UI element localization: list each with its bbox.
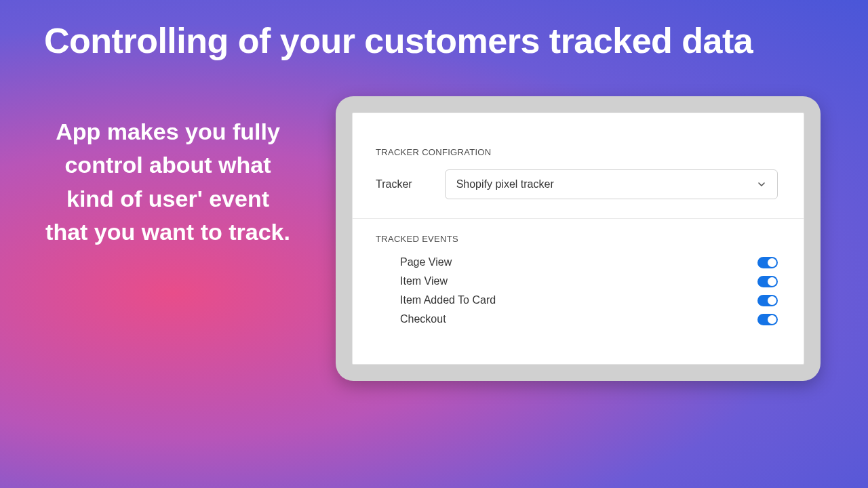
divider [353, 218, 804, 219]
event-toggle-page-view[interactable] [757, 257, 778, 268]
tracked-events-heading: TRACKED EVENTS [376, 234, 778, 244]
event-row: Checkout [400, 313, 778, 325]
event-label: Item View [400, 275, 448, 287]
tracker-row: Tracker Shopify pixel tracker [376, 169, 778, 199]
chevron-down-icon [757, 180, 766, 189]
event-toggle-item-added[interactable] [757, 295, 778, 306]
event-row: Item View [400, 275, 778, 287]
tracker-config-heading: TRACKER CONFIGRATION [376, 147, 778, 157]
event-toggle-item-view[interactable] [757, 276, 778, 287]
settings-panel-frame: TRACKER CONFIGRATION Tracker Shopify pix… [336, 96, 821, 381]
tracker-select-value: Shopify pixel tracker [456, 178, 554, 190]
event-label: Page View [400, 256, 452, 268]
event-toggle-checkout[interactable] [757, 314, 778, 325]
tracker-field-label: Tracker [376, 178, 412, 190]
settings-panel: TRACKER CONFIGRATION Tracker Shopify pix… [352, 113, 804, 365]
tracker-select[interactable]: Shopify pixel tracker [445, 169, 778, 199]
event-row: Page View [400, 256, 778, 268]
event-row: Item Added To Card [400, 294, 778, 306]
event-label: Checkout [400, 313, 446, 325]
page-title: Controlling of your customers tracked da… [44, 20, 753, 61]
event-label: Item Added To Card [400, 294, 496, 306]
page-subtitle: App makes you fully control about what k… [44, 115, 292, 249]
events-list: Page View Item View Item Added To Card C… [376, 256, 778, 325]
